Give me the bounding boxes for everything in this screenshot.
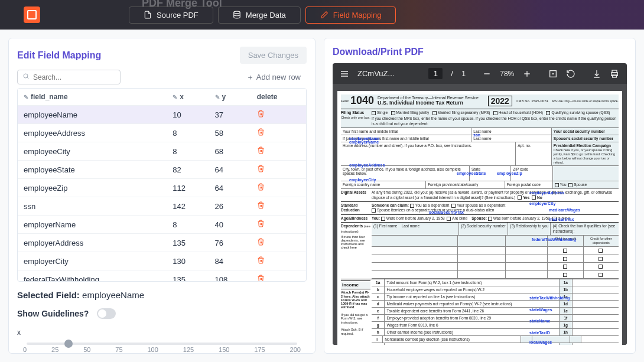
cell-y: 58 [209, 124, 251, 142]
delete-row-button[interactable] [257, 257, 265, 266]
overlay-field[interactable]: employerAddress [529, 191, 564, 195]
page-sep: / [451, 69, 453, 78]
cell-y: 64 [209, 161, 251, 179]
overlay-field[interactable]: employeeCity [349, 178, 376, 182]
col-y[interactable]: ✎y [209, 89, 251, 106]
overlay-field[interactable]: federalTaxWithholding [532, 237, 576, 242]
slider-tick: 75 [115, 346, 122, 353]
overlay-field[interactable]: localWages [529, 340, 552, 344]
cell-y: 40 [209, 216, 251, 234]
cell-y: 108 [209, 270, 251, 282]
database-icon [233, 11, 241, 19]
pdf-viewport[interactable]: Form 1040 Department of the Treasury—Int… [333, 84, 627, 345]
tab-label: Merge Data [246, 11, 286, 19]
plus-icon: ＋ [246, 72, 254, 83]
zoom-out-icon[interactable] [482, 69, 492, 79]
guidelines-toggle[interactable] [97, 308, 116, 319]
print-icon[interactable] [610, 69, 619, 79]
cell-y: 68 [209, 142, 251, 161]
table-row[interactable]: employeeCity 8 68 [18, 142, 306, 161]
cell-field-name: employeeCity [18, 142, 167, 161]
delete-row-button[interactable] [257, 275, 265, 282]
form-number: 1040 [350, 94, 374, 107]
table-row[interactable]: employeeName 10 37 [18, 106, 306, 124]
pdf-preview-panel: Download/Print PDF ZCmVuZ... / 1 78% [324, 38, 636, 354]
overlay-field[interactable]: employerName [349, 140, 379, 144]
overlay-field[interactable]: stateWages [529, 308, 552, 312]
cell-x: 10 [167, 106, 209, 124]
slider-thumb[interactable] [64, 340, 73, 348]
tab-merge-data[interactable]: Merge Data [218, 6, 301, 24]
overlay-field[interactable]: medicareTax [549, 217, 574, 221]
svg-point-0 [234, 11, 240, 14]
page-current-input[interactable] [428, 68, 443, 79]
overlay-field[interactable]: employeeState [457, 171, 486, 175]
overlay-field[interactable]: socialSecurityTax [429, 210, 464, 214]
overlay-field[interactable]: employeeZip [497, 171, 522, 175]
cell-x: 112 [167, 179, 209, 197]
delete-row-button[interactable] [257, 239, 265, 247]
tab-label: Source PDF [157, 11, 199, 19]
overlay-field[interactable]: stateName [529, 319, 550, 323]
col-field-name[interactable]: ✎field_name [18, 89, 167, 106]
cell-field-name: federalTaxWithholding [18, 270, 167, 282]
page-total: 1 [461, 69, 466, 78]
x-slider[interactable] [27, 343, 297, 345]
tab-source-pdf[interactable]: Source PDF [129, 6, 213, 24]
col-delete: delete [251, 89, 306, 106]
cell-field-name: employeeName [18, 106, 167, 124]
cell-x: 8 [167, 124, 209, 142]
cell-x: 8 [167, 216, 209, 234]
mapping-table: ✎field_name ✎x ✎y delete employeeName 10… [17, 88, 307, 282]
pencil-icon: ✎ [24, 94, 28, 100]
cell-y: 26 [209, 197, 251, 216]
delete-row-button[interactable] [257, 129, 265, 138]
overlay-field[interactable]: employerCity [529, 201, 555, 206]
table-row[interactable]: ssn 142 26 [18, 197, 306, 216]
cell-x: 130 [167, 252, 209, 270]
table-row[interactable]: employerName 8 40 [18, 216, 306, 234]
overlay-field[interactable]: stateTaxID [529, 331, 550, 335]
tab-field-mapping[interactable]: Field Mapping [305, 6, 396, 24]
delete-row-button[interactable] [257, 110, 265, 119]
delete-row-button[interactable] [257, 165, 265, 174]
zoom-in-icon[interactable] [522, 69, 532, 79]
header-tabs: Source PDF Merge Data Field Mapping [129, 6, 396, 24]
delete-row-button[interactable] [257, 184, 265, 193]
table-row[interactable]: employerAddress 135 76 [18, 234, 306, 252]
rotate-icon[interactable] [566, 69, 575, 79]
download-icon[interactable] [592, 69, 601, 79]
panel-title-right: Download/Print PDF [333, 47, 627, 57]
table-row[interactable]: employerCity 130 84 [18, 252, 306, 270]
overlay-field[interactable]: ssn [473, 133, 480, 137]
delete-row-button[interactable] [257, 220, 265, 229]
selected-field-display: Selected Field: employeeName [17, 290, 307, 300]
overlay-field[interactable]: employeeAddress [349, 163, 385, 167]
search-input[interactable] [33, 73, 104, 81]
delete-row-button[interactable] [257, 202, 265, 211]
edit-mapping-panel: Edit Field Mapping Save Changes ＋ Add ne… [8, 38, 316, 354]
delete-row-button[interactable] [257, 147, 265, 156]
cell-y: 37 [209, 106, 251, 124]
slider-tick: 125 [183, 346, 194, 353]
zoom-value: 78% [500, 70, 514, 78]
add-row-button[interactable]: ＋ Add new row [246, 72, 307, 83]
slider-tick: 0 [23, 346, 27, 353]
guidelines-label: Show Guidelines? [17, 309, 89, 318]
pdf-page: Form 1040 Department of the Treasury—Int… [337, 91, 622, 345]
slider-tick: 175 [254, 346, 265, 353]
table-row[interactable]: employeeState 82 64 [18, 161, 306, 179]
search-input-wrap[interactable] [17, 70, 121, 84]
table-row[interactable]: employeeZip 112 64 [18, 179, 306, 197]
overlay-field[interactable]: stateTaxWithholding [529, 296, 570, 300]
menu-icon[interactable] [340, 69, 349, 79]
save-button[interactable]: Save Changes [240, 47, 307, 64]
cell-field-name: employerName [18, 216, 167, 234]
cell-field-name: employeeState [18, 161, 167, 179]
slider-tick: 50 [83, 346, 90, 353]
table-row[interactable]: employeeAddress 8 58 [18, 124, 306, 142]
fit-page-icon[interactable] [548, 69, 558, 79]
overlay-field[interactable]: medicareWages [549, 208, 580, 212]
table-row[interactable]: federalTaxWithholding 135 108 [18, 270, 306, 282]
col-x[interactable]: ✎x [167, 89, 209, 106]
